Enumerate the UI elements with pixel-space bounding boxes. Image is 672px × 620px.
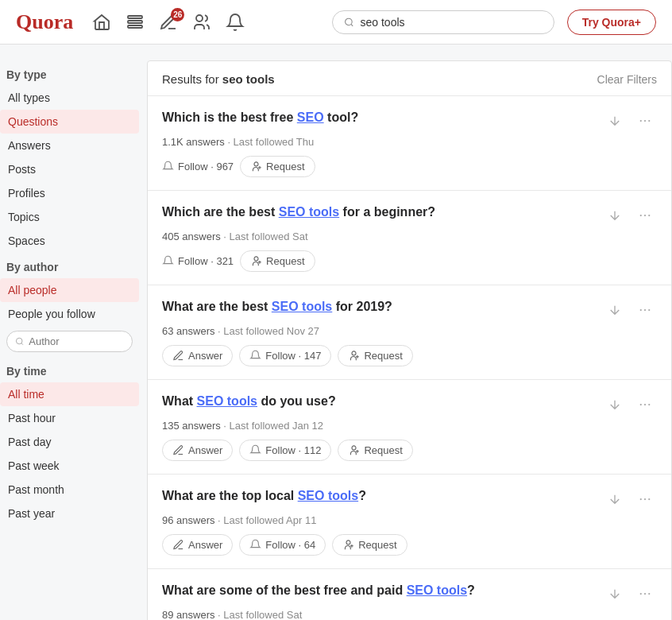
sidebar-item-posts[interactable]: Posts	[0, 157, 139, 181]
more-options-button-4[interactable]	[633, 393, 657, 417]
question-title-4[interactable]: What SEO tools do you use?	[162, 393, 593, 410]
request-button-1[interactable]: Request	[240, 156, 315, 177]
more-options-button-3[interactable]	[633, 298, 657, 322]
question-meta-6: 89 answers · Last followed Sat	[162, 609, 657, 620]
sidebar-item-topics[interactable]: Topics	[0, 205, 139, 229]
nav-icons: 26	[92, 13, 319, 32]
sidebar-item-people-you-follow[interactable]: People you follow	[0, 302, 139, 326]
svg-point-4	[345, 18, 352, 25]
question-3-icon-actions	[603, 298, 657, 322]
more-options-button-1[interactable]	[633, 109, 657, 133]
question-title-6[interactable]: What are some of the best free and paid …	[162, 582, 593, 599]
request-button-2[interactable]: Request	[240, 250, 315, 272]
follow-button-2[interactable]: Follow · 321	[162, 255, 234, 267]
question-4-actions: Answer Follow · 112 Request	[162, 440, 657, 461]
downvote-button-4[interactable]	[603, 393, 627, 417]
notifications-nav-icon[interactable]	[226, 13, 245, 32]
question-1-icon-actions	[603, 109, 657, 133]
question-title-2[interactable]: Which are the best SEO tools for a begin…	[162, 203, 593, 221]
sidebar-item-past-week[interactable]: Past week	[0, 454, 139, 478]
results-query: seo tools	[222, 72, 275, 86]
svg-rect-1	[128, 21, 142, 23]
question-card-5: What are the top local SEO tools? 96 ans…	[148, 475, 671, 569]
write-nav-icon[interactable]: 26	[159, 13, 178, 32]
svg-point-28	[648, 404, 650, 405]
answer-button-3[interactable]: Answer	[162, 345, 233, 366]
request-button-4[interactable]: Request	[338, 440, 412, 461]
downvote-button-2[interactable]	[603, 203, 627, 227]
svg-point-23	[352, 351, 356, 355]
clear-filters-button[interactable]: Clear Filters	[597, 73, 657, 86]
sidebar-item-past-month[interactable]: Past month	[0, 478, 139, 502]
follow-button-5[interactable]: Follow · 64	[239, 534, 326, 556]
question-5-icon-actions	[603, 487, 657, 511]
feed-nav-icon[interactable]	[126, 13, 145, 32]
request-button-5[interactable]: Request	[332, 534, 407, 556]
search-icon	[344, 17, 354, 28]
svg-point-9	[644, 120, 646, 122]
quora-logo: Quora	[16, 10, 73, 34]
svg-line-7	[21, 343, 23, 345]
write-badge: 26	[171, 8, 184, 21]
results-text: Results for seo tools	[162, 72, 275, 86]
author-search-input[interactable]	[29, 335, 124, 347]
sidebar-item-all-people[interactable]: All people	[0, 278, 139, 302]
sidebar-item-all-time[interactable]: All time	[0, 382, 139, 406]
sidebar-item-past-hour[interactable]: Past hour	[0, 406, 139, 430]
downvote-button-5[interactable]	[603, 487, 627, 511]
more-options-button-2[interactable]	[633, 203, 657, 227]
answer-button-4[interactable]: Answer	[162, 440, 233, 461]
svg-point-32	[640, 498, 642, 500]
follow-button-4[interactable]: Follow · 112	[239, 440, 331, 461]
question-title-3[interactable]: What are the best SEO tools for 2019?	[162, 298, 593, 316]
sidebar-item-all-types[interactable]: All types	[0, 86, 139, 110]
follow-button-3[interactable]: Follow · 147	[239, 345, 331, 366]
question-title-1[interactable]: Which is the best free SEO tool?	[162, 109, 593, 126]
try-quora-button[interactable]: Try Quora+	[567, 10, 656, 35]
search-input[interactable]	[361, 16, 543, 29]
content-header: Results for seo tools Clear Filters	[148, 61, 671, 96]
svg-point-22	[648, 309, 650, 311]
question-card-4: What SEO tools do you use? 135 answers ·…	[148, 380, 671, 475]
answer-button-5[interactable]: Answer	[162, 534, 233, 556]
question-meta-2: 405 answers · Last followed Sat	[162, 231, 657, 242]
question-card-6: What are some of the best free and paid …	[148, 569, 671, 620]
svg-point-10	[648, 120, 650, 122]
sidebar-item-answers[interactable]: Answers	[0, 134, 139, 157]
sidebar-item-spaces[interactable]: Spaces	[0, 229, 139, 253]
sidebar-item-profiles[interactable]: Profiles	[0, 181, 139, 205]
svg-point-6	[16, 338, 22, 344]
search-bar[interactable]	[332, 10, 554, 34]
people-nav-icon[interactable]	[192, 13, 211, 32]
downvote-button-6[interactable]	[603, 582, 627, 606]
svg-point-27	[644, 404, 646, 405]
more-options-button-6[interactable]	[633, 582, 657, 606]
request-button-3[interactable]: Request	[338, 345, 412, 366]
sidebar-item-past-year[interactable]: Past year	[0, 502, 139, 525]
author-search-icon	[15, 336, 24, 347]
by-time-section-title: By time	[0, 357, 139, 382]
svg-point-39	[644, 593, 646, 595]
question-title-5[interactable]: What are the top local SEO tools?	[162, 487, 593, 505]
question-card-1: Which is the best free SEO tool? 1.1K an…	[148, 96, 671, 191]
downvote-button-1[interactable]	[603, 109, 627, 133]
svg-point-3	[196, 15, 203, 21]
home-nav-icon[interactable]	[92, 13, 111, 32]
svg-point-26	[640, 404, 642, 405]
svg-rect-2	[128, 25, 142, 28]
svg-rect-0	[128, 16, 142, 18]
question-card-2: Which are the best SEO tools for a begin…	[148, 191, 671, 285]
sidebar-item-questions[interactable]: Questions	[0, 110, 139, 134]
more-options-button-5[interactable]	[633, 487, 657, 511]
question-4-icon-actions	[603, 393, 657, 417]
svg-point-15	[644, 215, 646, 216]
author-search-bar[interactable]	[6, 331, 133, 352]
main-layout: By type All types Questions Answers Post…	[0, 45, 672, 620]
sidebar-item-past-day[interactable]: Past day	[0, 430, 139, 454]
downvote-button-3[interactable]	[603, 298, 627, 322]
svg-point-14	[640, 215, 642, 216]
by-type-section-title: By type	[0, 60, 139, 86]
question-meta-1: 1.1K answers · Last followed Thu	[162, 136, 657, 148]
search-results-content: Results for seo tools Clear Filters Whic…	[147, 60, 672, 620]
follow-button-1[interactable]: Follow · 967	[162, 161, 234, 172]
